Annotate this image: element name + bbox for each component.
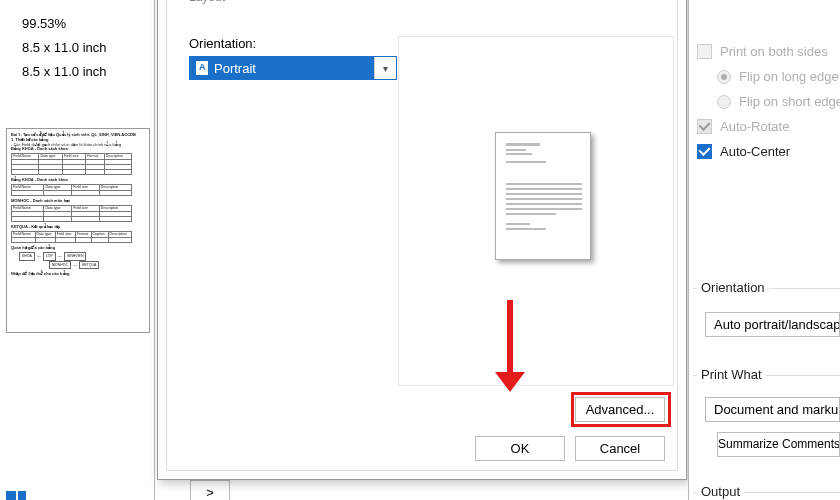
radio-icon <box>717 95 731 109</box>
auto-rotate-checkbox: Auto-Rotate <box>697 119 840 134</box>
ok-button[interactable]: OK <box>475 436 565 461</box>
orientation-group-label: Orientation <box>697 280 769 295</box>
print-what-group-label: Print What <box>697 367 766 382</box>
orientation-label: Orientation: <box>189 36 256 51</box>
radio-icon <box>717 70 731 84</box>
orientation-value-dropdown[interactable]: Auto portrait/landscape <box>705 312 840 337</box>
flip-long-edge-radio: Flip on long edge <box>717 69 840 84</box>
thumbnail-scrollbar[interactable] <box>0 486 155 500</box>
dialog-content: Layout Orientation: Portrait ▾ <box>166 0 678 471</box>
page-stats: 99.53% 8.5 x 11.0 inch 8.5 x 11.0 inch <box>0 0 154 84</box>
flip-long-edge-label: Flip on long edge <box>739 69 839 84</box>
auto-center-checkbox[interactable]: Auto-Center <box>697 144 840 159</box>
chevron-down-icon: ▾ <box>383 63 388 74</box>
page-setup-dialog: Layout Orientation: Portrait ▾ <box>157 0 687 480</box>
summarize-comments-button[interactable]: Summarize Comments <box>717 432 840 457</box>
print-options-panel: Print on both sides Flip on long edge Fl… <box>688 0 840 500</box>
preview-page-icon <box>495 132 591 260</box>
portrait-icon <box>196 61 208 75</box>
output-group-label: Output <box>697 484 744 499</box>
left-sidebar: 99.53% 8.5 x 11.0 inch 8.5 x 11.0 inch B… <box>0 0 155 500</box>
checkbox-icon <box>697 119 712 134</box>
layout-section-label: Layout <box>189 0 225 4</box>
zoom-percentage: 99.53% <box>22 12 154 36</box>
orientation-selected: Portrait <box>190 57 374 79</box>
cancel-button[interactable]: Cancel <box>575 436 665 461</box>
flip-short-edge-label: Flip on short edge <box>739 94 840 109</box>
page-size-1: 8.5 x 11.0 inch <box>22 36 154 60</box>
page-thumbnail: Bai 1: Tạo cơ sở dữ liệu Quản lý sinh vi… <box>6 128 150 333</box>
page-preview <box>398 36 674 386</box>
dropdown-toggle[interactable]: ▾ <box>374 57 396 79</box>
flip-short-edge-radio: Flip on short edge <box>717 94 840 109</box>
checkbox-icon <box>697 44 712 59</box>
orientation-dropdown[interactable]: Portrait ▾ <box>189 56 397 80</box>
orientation-dropdown-value: Auto portrait/landscape <box>714 317 840 332</box>
auto-center-label: Auto-Center <box>720 144 790 159</box>
next-page-button[interactable]: > <box>190 480 230 500</box>
print-what-dropdown[interactable]: Document and markup <box>705 397 840 422</box>
print-what-value: Document and markup <box>714 402 840 417</box>
page-size-2: 8.5 x 11.0 inch <box>22 60 154 84</box>
print-both-sides-checkbox[interactable]: Print on both sides <box>697 44 840 59</box>
auto-rotate-label: Auto-Rotate <box>720 119 789 134</box>
orientation-value: Portrait <box>214 61 256 76</box>
checkbox-icon <box>697 144 712 159</box>
print-both-sides-label: Print on both sides <box>720 44 828 59</box>
advanced-button[interactable]: Advanced... <box>575 397 665 422</box>
